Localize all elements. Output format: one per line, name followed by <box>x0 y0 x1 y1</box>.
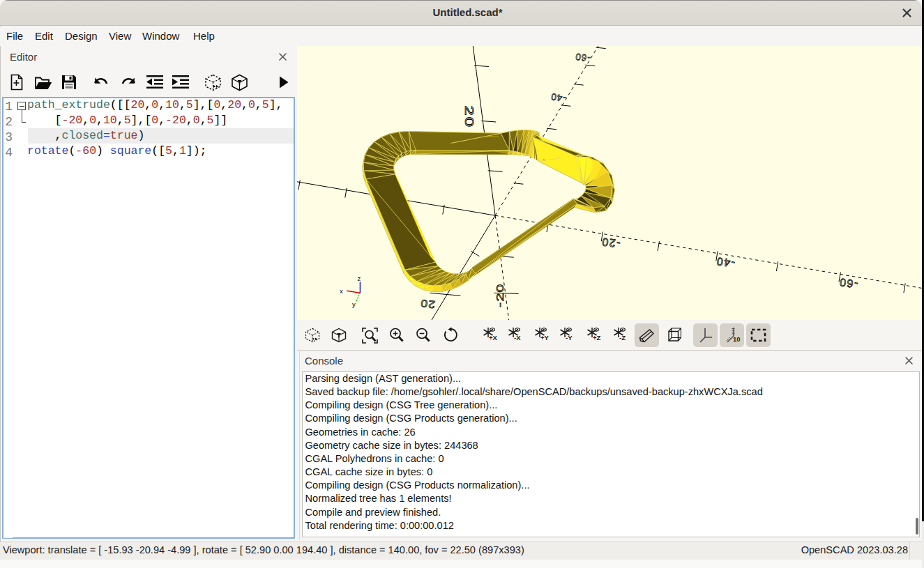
svg-text:-60: -60 <box>838 276 858 290</box>
svg-text:z: z <box>358 275 361 282</box>
svg-text:20: 20 <box>419 298 435 311</box>
svg-text:x: x <box>340 287 343 295</box>
svg-text:20: 20 <box>463 106 476 128</box>
svg-text:-20: -20 <box>494 283 506 307</box>
svg-text:-40: -40 <box>715 255 735 269</box>
svg-text:-40: -40 <box>550 91 566 104</box>
svg-text:-60: -60 <box>574 51 591 63</box>
svg-text:-20: -20 <box>600 236 621 250</box>
svg-text:10: 10 <box>733 335 741 343</box>
svg-text:y: y <box>352 300 356 308</box>
